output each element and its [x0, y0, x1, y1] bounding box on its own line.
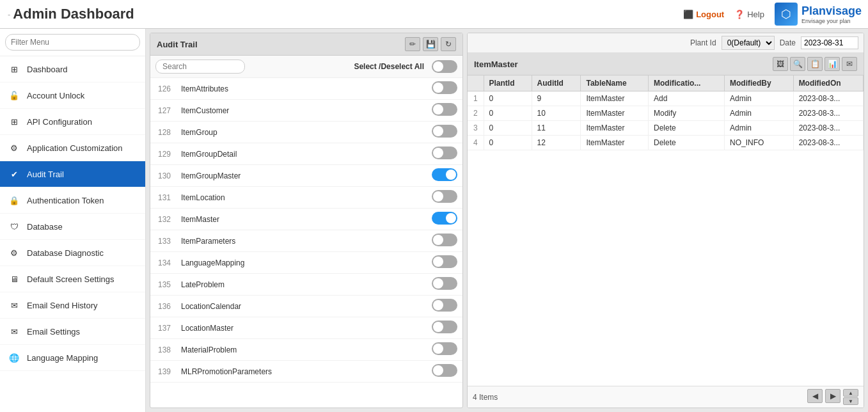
sidebar-item-default-screen-settings[interactable]: 🖥Default Screen Settings — [0, 266, 145, 292]
toggle-itemattributes[interactable] — [432, 81, 457, 94]
audit-table-container[interactable]: 126ItemAttributes127ItemCustomer128ItemG… — [150, 78, 462, 408]
audit-row-name: ItemGroupMaster — [176, 165, 427, 187]
plant-id-select[interactable]: 0(Default) — [722, 36, 775, 50]
toggle-materialproblem[interactable] — [432, 342, 457, 355]
sidebar-item-email-settings[interactable]: ✉Email Settings — [0, 319, 145, 345]
scroll-down-btn[interactable]: ▼ — [843, 397, 858, 405]
logout-button[interactable]: ⬛ Logout — [683, 10, 724, 19]
audit-row-toggle[interactable] — [427, 274, 462, 296]
detail-cell-1: 12 — [532, 136, 581, 150]
audit-search-input[interactable] — [155, 59, 245, 74]
audit-row-toggle[interactable] — [427, 100, 462, 122]
detail-row[interactable]: 109ItemMasterAddAdmin2023-08-3... — [468, 91, 864, 106]
audit-row[interactable]: 135LateProblem — [150, 274, 462, 296]
scroll-left-btn[interactable]: ◀ — [807, 389, 823, 403]
audit-row-toggle[interactable] — [427, 317, 462, 339]
audit-save-button[interactable]: 💾 — [423, 37, 438, 51]
audit-row[interactable]: 131ItemLocation — [150, 187, 462, 209]
audit-row-toggle[interactable] — [427, 143, 462, 165]
audit-row-toggle[interactable] — [427, 165, 462, 187]
audit-refresh-button[interactable]: ↻ — [441, 37, 456, 51]
select-all-toggle[interactable] — [432, 60, 457, 73]
detail-col-header-3: Modificatio... — [649, 75, 725, 91]
audit-row-num: 127 — [150, 100, 176, 122]
toggle-itemgroupdetail[interactable] — [432, 147, 457, 159]
toggle-itemgroup[interactable] — [432, 125, 457, 138]
im-excel-icon[interactable]: 📊 — [825, 57, 840, 71]
date-input[interactable] — [801, 36, 858, 49]
audit-row[interactable]: 134LanguageMapping — [150, 252, 462, 274]
sidebar-item-language-mapping[interactable]: 🌐Language Mapping — [0, 345, 145, 371]
audit-row-toggle[interactable] — [427, 78, 462, 100]
detail-row[interactable]: 4012ItemMasterDeleteNO_INFO2023-08-3... — [468, 136, 864, 150]
sidebar-item-audit-trail[interactable]: ✔Audit Trail — [0, 161, 145, 187]
sidebar-item-database-diagnostic[interactable]: ⚙Database Diagnostic — [0, 240, 145, 266]
audit-row[interactable]: 127ItemCustomer — [150, 100, 462, 122]
sidebar-label-email-settings: Email Settings — [27, 327, 80, 337]
toggle-languagemapping[interactable] — [432, 255, 457, 268]
toggle-itemcustomer[interactable] — [432, 103, 457, 116]
toggle-locationcalendar[interactable] — [432, 299, 457, 312]
audit-row-name: ItemParameters — [176, 230, 427, 252]
audit-row-toggle[interactable] — [427, 252, 462, 274]
audit-row-toggle[interactable] — [427, 230, 462, 252]
audit-row-num: 132 — [150, 209, 176, 230]
toggle-itemparameters[interactable] — [432, 234, 457, 246]
sidebar-item-authentication-token[interactable]: 🔒Authentication Token — [0, 187, 145, 214]
audit-row-toggle[interactable] — [427, 187, 462, 209]
authentication-token-icon: 🔒 — [8, 194, 20, 207]
audit-row-toggle[interactable] — [427, 209, 462, 230]
detail-col-header-4: ModifiedBy — [725, 75, 794, 91]
sidebar-item-email-send-history[interactable]: ✉Email Send History — [0, 292, 145, 319]
detail-col-header-5: ModifiedOn — [793, 75, 863, 91]
sidebar-item-application-customization[interactable]: ⚙Application Customization — [0, 135, 145, 161]
sidebar-label-language-mapping: Language Mapping — [27, 353, 98, 363]
detail-cell-5: 2023-08-3... — [793, 136, 863, 150]
detail-row[interactable]: 3011ItemMasterDeleteAdmin2023-08-3... — [468, 121, 864, 136]
audit-row-toggle[interactable] — [427, 122, 462, 143]
im-copy-icon[interactable]: 📋 — [807, 57, 823, 71]
toggle-itemlocation[interactable] — [432, 190, 457, 203]
item-master-table-container[interactable]: PlantIdAuditIdTableNameModificatio...Mod… — [468, 75, 864, 386]
toggle-mlrpromotionparameters[interactable] — [432, 364, 457, 377]
audit-row-toggle[interactable] — [427, 361, 462, 383]
sidebar-item-dashboard[interactable]: ⊞Dashboard — [0, 56, 145, 83]
im-email-icon[interactable]: ✉ — [842, 57, 857, 71]
audit-row[interactable]: 128ItemGroup — [150, 122, 462, 143]
detail-cell-1: 10 — [532, 106, 581, 121]
sidebar-scroll[interactable]: ⊞Dashboard🔓Account Unlock⊞API Configurat… — [0, 56, 145, 412]
help-button[interactable]: ❓ Help — [734, 10, 764, 19]
toggle-itemgroupmaster[interactable] — [432, 168, 457, 181]
toggle-lateproblem[interactable] — [432, 277, 457, 290]
audit-row[interactable]: 126ItemAttributes — [150, 78, 462, 100]
im-export-icon[interactable]: 🖼 — [773, 57, 788, 71]
toggle-locationmaster[interactable] — [432, 321, 457, 333]
sidebar-item-account-unlock[interactable]: 🔓Account Unlock — [0, 83, 145, 109]
scroll-right-btn[interactable]: ▶ — [825, 389, 840, 403]
select-all-label: Select /Deselect All — [354, 62, 424, 71]
audit-row[interactable]: 138MaterialProblem — [150, 339, 462, 361]
filter-menu-input[interactable] — [5, 34, 140, 51]
audit-row[interactable]: 137LocationMaster — [150, 317, 462, 339]
sidebar-item-database[interactable]: 🛡Database — [0, 214, 145, 240]
sidebar-label-email-send-history: Email Send History — [27, 301, 98, 310]
audit-row[interactable]: 130ItemGroupMaster — [150, 165, 462, 187]
logout-icon: ⬛ — [683, 10, 693, 19]
audit-edit-button[interactable]: ✏ — [405, 37, 420, 51]
audit-row-toggle[interactable] — [427, 296, 462, 317]
detail-row[interactable]: 2010ItemMasterModifyAdmin2023-08-3... — [468, 106, 864, 121]
audit-row[interactable]: 132ItemMaster — [150, 209, 462, 230]
audit-row[interactable]: 136LocationCalendar — [150, 296, 462, 317]
audit-row-name: ItemAttributes — [176, 78, 427, 100]
audit-row[interactable]: 133ItemParameters — [150, 230, 462, 252]
toggle-itemmaster[interactable] — [432, 212, 457, 225]
audit-row[interactable]: 139MLRPromotionParameters — [150, 361, 462, 383]
audit-row[interactable]: 129ItemGroupDetail — [150, 143, 462, 165]
scroll-up-btn[interactable]: ▲ — [843, 389, 858, 397]
audit-row-name: LateProblem — [176, 274, 427, 296]
im-search-icon[interactable]: 🔍 — [790, 57, 805, 71]
sidebar-item-api-configuration[interactable]: ⊞API Configuration — [0, 109, 145, 135]
audit-row-toggle[interactable] — [427, 339, 462, 361]
detail-cell-4: Admin — [725, 91, 794, 106]
audit-row-num: 134 — [150, 252, 176, 274]
